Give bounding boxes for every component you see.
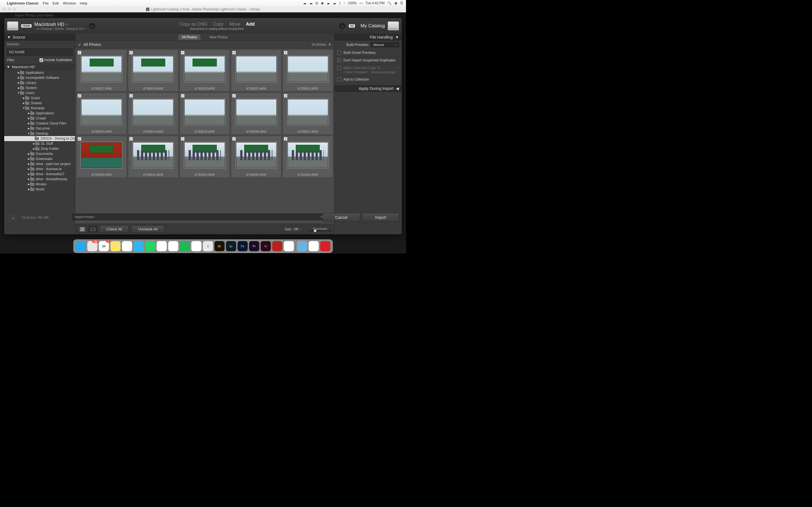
photo-thumbnail[interactable] <box>185 99 225 125</box>
photo-thumbnail[interactable] <box>81 56 122 82</box>
mode-copy-dng[interactable]: Copy as DNG <box>180 22 207 27</box>
photo-checkbox[interactable]: ✓ <box>78 51 81 54</box>
mode-copy[interactable]: Copy <box>213 22 223 27</box>
folder-incompatible-software[interactable]: ▶Incompatible Software <box>4 75 75 80</box>
folder-library[interactable]: ▶Library <box>4 80 75 86</box>
battery-percent[interactable]: 100% <box>348 1 357 5</box>
photo-checkbox[interactable]: ✓ <box>130 137 133 140</box>
build-previews-select[interactable]: Minimal÷ <box>371 42 399 47</box>
tab-new-photos[interactable]: New Photos <box>206 34 231 40</box>
cloud3-icon[interactable]: ☁ <box>326 1 330 5</box>
dock-slack[interactable] <box>284 241 294 251</box>
folder-users[interactable]: ▼Users <box>4 91 75 96</box>
photo-checkbox[interactable]: ✓ <box>232 94 236 98</box>
photo-cell[interactable]: ✓A7300533.ARW <box>77 93 127 135</box>
battery-icon[interactable]: ▭ <box>359 1 363 5</box>
photo-cell[interactable]: ✓A7300542.ARW <box>180 136 230 178</box>
photo-checkbox[interactable]: ✓ <box>78 137 81 140</box>
photo-cell[interactable]: ✓A7300541.ARW <box>128 136 179 178</box>
photo-cell[interactable]: ✓A7300537.ARW <box>283 93 333 135</box>
menu-window[interactable]: Window <box>63 1 76 5</box>
folder-thomasle[interactable]: ▼thomasle <box>4 106 75 111</box>
add-to-collection-checkbox[interactable]: Add to Collection <box>335 76 402 83</box>
spotlight-icon[interactable]: 🔍 <box>388 1 392 5</box>
no-duplicates-checkbox[interactable]: ✓Don't Import Suspected Duplicates <box>335 57 402 64</box>
photo-thumbnail[interactable] <box>185 56 225 82</box>
disk-header[interactable]: ▼Macintosh HD <box>4 64 75 70</box>
folder-music[interactable]: ▶Music <box>4 187 75 192</box>
photo-cell[interactable]: ✓A7300536.ARW <box>231 93 282 135</box>
cc-status-icon[interactable]: ◉ <box>321 1 324 5</box>
folder-shared[interactable]: ▶Shared <box>4 101 75 106</box>
window-close-icon[interactable] <box>3 8 6 11</box>
photo-checkbox[interactable]: ✓ <box>130 51 133 54</box>
dock-whatsapp[interactable] <box>145 241 155 251</box>
folder-create[interactable]: ▶Create <box>4 116 75 121</box>
cloud2-icon[interactable]: ☁ <box>309 1 313 5</box>
photo-cell[interactable]: ✓A7300535.ARW <box>180 93 230 135</box>
dock-yelp[interactable] <box>168 241 179 251</box>
grid-view-button[interactable] <box>78 226 87 232</box>
mode-move[interactable]: Move <box>229 22 240 27</box>
dock-bridge[interactable]: Br <box>214 241 225 251</box>
dock-lightroom[interactable]: Lr <box>226 241 236 251</box>
import-button[interactable]: Import <box>362 213 399 222</box>
menu-edit[interactable]: Edit <box>52 1 59 5</box>
dock-premiere[interactable]: Pr <box>249 241 259 251</box>
photo-thumbnail[interactable] <box>133 142 173 168</box>
sort-dropdown[interactable]: Off ÷ <box>294 227 301 231</box>
folder-documents[interactable]: ▶Documents <box>4 151 75 156</box>
dock-spotify[interactable] <box>180 241 190 251</box>
wifi-icon[interactable]: ◝ <box>344 1 345 5</box>
folder-movies[interactable]: ▶Movies <box>4 182 75 187</box>
photo-thumbnail[interactable] <box>236 56 276 82</box>
photo-thumbnail[interactable] <box>133 99 173 125</box>
dock-finder[interactable] <box>76 241 86 251</box>
thumbnail-size-slider[interactable] <box>309 230 331 231</box>
dock-folder[interactable] <box>297 241 307 251</box>
dock-messages[interactable] <box>134 241 144 251</box>
cancel-button[interactable]: Cancel <box>322 213 360 222</box>
photo-thumbnail[interactable] <box>236 142 276 168</box>
folder-drive-thomastle27[interactable]: ▶drive - thomastle27 <box>4 172 75 177</box>
menu-file[interactable]: File <box>43 1 49 5</box>
dock-acrobat[interactable] <box>272 241 283 251</box>
photo-cell[interactable]: ✓A7300531.ARW <box>231 50 282 92</box>
cloud4-icon[interactable]: ☁ <box>333 1 336 5</box>
photo-thumbnail[interactable] <box>133 56 173 82</box>
window-zoom-icon[interactable] <box>13 8 16 11</box>
dock-music[interactable] <box>309 241 319 251</box>
dock-photos[interactable] <box>157 241 167 251</box>
folder-system[interactable]: ▶System <box>4 86 75 91</box>
source-selector[interactable]: Macintosh HD ÷ …le / Desktop / 200324 - … <box>35 22 86 31</box>
photo-cell[interactable]: ✓A7300527.ARW <box>77 50 127 92</box>
photo-checkbox[interactable]: ✓ <box>181 51 185 54</box>
device-noname[interactable]: NO NAME <box>6 48 73 56</box>
dock-notes[interactable] <box>110 241 121 251</box>
folder-creative-cloud-files[interactable]: ▶Creative Cloud Files <box>4 121 75 126</box>
photo-cell[interactable]: ✓A7300528.ARW <box>128 50 179 92</box>
folder-drop-folder[interactable]: ▶Drop Folder <box>4 146 75 151</box>
photo-thumbnail[interactable] <box>236 99 276 125</box>
loupe-view-button[interactable] <box>89 226 97 232</box>
photo-cell[interactable]: ✓A7300534.ARW <box>128 93 179 135</box>
build-smart-previews-checkbox[interactable]: Build Smart Previews <box>335 49 402 57</box>
photo-checkbox[interactable]: ✓ <box>232 51 236 54</box>
window-minimize-icon[interactable] <box>8 8 11 11</box>
photo-thumbnail[interactable] <box>81 99 122 125</box>
dropbox-icon[interactable]: ⧉ <box>315 1 318 5</box>
folder-drive-park-tour-project[interactable]: ▶drive - park tour project <box>4 161 75 166</box>
second-copy-checkbox[interactable]: Make a Second Copy To :▾ <box>337 66 399 70</box>
file-handling-header[interactable]: File Handling▼ <box>335 34 402 41</box>
bluetooth-icon[interactable]: ᛒ <box>339 1 341 5</box>
menubar-clock[interactable]: Tue 4:42 PM <box>365 1 385 5</box>
photo-checkbox[interactable]: ✓ <box>181 94 185 98</box>
photo-checkbox[interactable]: ✓ <box>284 94 287 98</box>
dock-1password[interactable]: 1 <box>203 241 213 251</box>
photo-checkbox[interactable]: ✓ <box>78 94 81 98</box>
app-name[interactable]: Lightroom Classic <box>7 1 39 5</box>
photo-checkbox[interactable]: ✓ <box>232 137 236 140</box>
photo-cell[interactable]: ✓A7300543.ARW <box>231 136 282 178</box>
dock-reminders[interactable] <box>122 241 132 251</box>
cloud1-icon[interactable]: ☁ <box>303 1 306 5</box>
